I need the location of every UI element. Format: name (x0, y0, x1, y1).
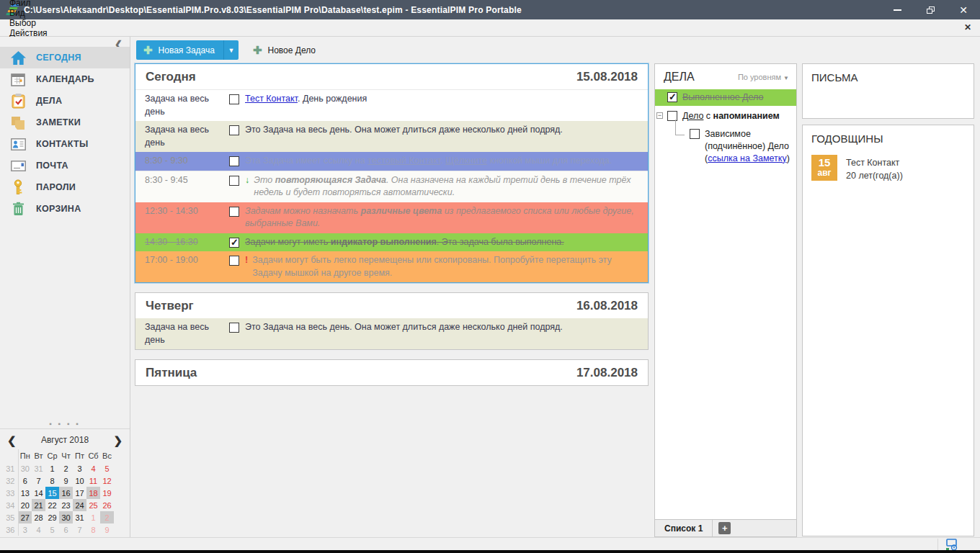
todo-row-child[interactable]: Зависимое (подчинённое) Дело (ссылка на … (655, 124, 796, 166)
menu-Файл[interactable]: Файл (3, 0, 54, 8)
calendar-day-cell[interactable]: 5 (45, 523, 59, 536)
calendar-day-cell[interactable]: 9 (59, 475, 73, 487)
calendar-day-cell[interactable]: 26 (100, 499, 114, 511)
calendar-day-cell[interactable]: 9 (100, 523, 114, 536)
sidebar-item-key[interactable]: ПАРОЛИ (0, 176, 130, 198)
menubar-close-icon[interactable]: ✕ (964, 22, 971, 32)
calendar-day-cell[interactable]: 31 (32, 462, 45, 475)
calendar-day-cell[interactable]: 10 (73, 475, 86, 487)
text-segment: повторяющаяся Задача (275, 175, 386, 185)
todo-item[interactable]: Зависимое (подчинённое) Дело (ссылка на … (655, 124, 796, 166)
calendar-day-cell[interactable]: 23 (59, 499, 73, 511)
calendar-day-cell[interactable]: 16 (59, 487, 73, 499)
todo-checkbox[interactable] (690, 129, 700, 139)
calendar-next-icon[interactable]: ❯ (113, 435, 122, 446)
task-row[interactable]: 8:30 - 9:45↓Это повторяющаяся Задача. Он… (135, 171, 648, 202)
calendar-day-cell[interactable]: 12 (100, 475, 114, 487)
task-row[interactable]: 12:30 - 14:30Задачам можно назначать раз… (135, 202, 648, 233)
task-checkbox[interactable] (229, 238, 239, 248)
calendar-day-cell[interactable]: 30 (59, 511, 73, 523)
calendar-day-cell[interactable]: 3 (73, 462, 86, 475)
calendar-day-cell[interactable]: 13 (18, 487, 32, 499)
calendar-day-cell[interactable]: 6 (59, 523, 73, 536)
task-row[interactable]: Задача на весь деньЭто Задача на весь де… (135, 318, 648, 349)
task-row[interactable]: 17:00 - 19:00!Задачи могут быть легко пе… (135, 251, 648, 282)
menu-Выбор[interactable]: Выбор (3, 18, 54, 28)
tab-list-1[interactable]: Список 1 (655, 520, 713, 536)
add-list-button[interactable]: + (718, 522, 731, 534)
calendar-day-cell[interactable]: 15 (45, 487, 59, 499)
calendar-day-cell[interactable]: 3 (18, 523, 32, 536)
calendar-day-cell[interactable]: 7 (32, 475, 45, 487)
todo-row-completed[interactable]: Выполненное Дело (655, 89, 796, 106)
calendar-day-cell[interactable]: 30 (18, 462, 32, 475)
close-button[interactable]: ✕ (947, 0, 980, 19)
week-number-header (3, 449, 18, 462)
calendar-day-cell[interactable]: 28 (32, 511, 45, 523)
new-todo-button[interactable]: ✚ Новое Дело (253, 45, 316, 55)
splitter-handle[interactable]: ▪ ▪ ▪ ▪ (0, 421, 130, 428)
link[interactable]: Щёлкните (445, 156, 487, 166)
sidebar-item-notes[interactable]: ЗАМЕТКИ (0, 112, 130, 133)
calendar-day-cell[interactable]: 8 (86, 523, 100, 536)
todos-sort-dropdown[interactable]: По уровням ▼ (738, 73, 789, 81)
todo-item[interactable]: Выполненное Дело (655, 89, 796, 106)
new-task-dropdown-icon[interactable]: ▼ (223, 40, 239, 60)
menu-Вид[interactable]: Вид (3, 8, 54, 18)
calendar-day-cell[interactable]: 18 (86, 487, 100, 499)
restore-button[interactable] (914, 0, 947, 19)
calendar-day-cell[interactable]: 29 (45, 511, 59, 523)
link[interactable]: ссылка на Заметку (708, 153, 787, 163)
task-checkbox[interactable] (229, 176, 239, 186)
minimize-icon (894, 9, 901, 11)
task-row[interactable]: 14:30 - 16:30Задачи могут иметь индикато… (135, 233, 648, 252)
sidebar-item-calendar[interactable]: КАЛЕНДАРЬ (0, 68, 130, 90)
calendar-day-cell[interactable]: 2 (100, 511, 114, 523)
task-checkbox[interactable] (229, 94, 239, 104)
tree-collapse-icon[interactable]: − (656, 112, 663, 119)
calendar-day-cell[interactable]: 4 (32, 523, 45, 536)
anniversary-item[interactable]: 15авгТест Контакт20 лет(год(а)) (811, 155, 965, 182)
sidebar-item-mail[interactable]: ПОЧТА (0, 155, 130, 176)
calendar-day-cell[interactable]: 11 (86, 475, 100, 487)
calendar-day-cell[interactable]: 27 (18, 511, 32, 523)
task-checkbox[interactable] (229, 125, 239, 135)
todo-checkbox[interactable] (667, 92, 677, 102)
calendar-day-cell[interactable]: 14 (32, 487, 45, 499)
sidebar-item-contacts[interactable]: КОНТАКТЫ (0, 133, 130, 155)
new-task-button[interactable]: ✚ Новая Задача ▼ (136, 40, 239, 60)
task-checkbox[interactable] (229, 323, 239, 333)
calendar-day-cell[interactable]: 24 (73, 499, 86, 511)
calendar-day-cell[interactable]: 22 (45, 499, 59, 511)
task-row[interactable]: Задача на весь деньЭто Задача на весь де… (135, 121, 648, 152)
link[interactable]: тестовый Контакт (368, 156, 440, 166)
text-segment: различные цвета (361, 206, 442, 216)
sidebar-item-trash[interactable]: КОРЗИНА (0, 198, 130, 220)
calendar-day-cell[interactable]: 21 (32, 499, 45, 511)
calendar-day-cell[interactable]: 7 (73, 523, 86, 536)
task-row[interactable]: 8:30 - 9:30Эта Задача имеет ссылку на те… (135, 152, 648, 171)
task-checkbox[interactable] (229, 256, 239, 266)
calendar-day-cell[interactable]: 6 (18, 475, 32, 487)
calendar-day-cell[interactable]: 1 (45, 462, 59, 475)
sidebar-item-tasks[interactable]: ДЕЛА (0, 90, 130, 112)
calendar-prev-icon[interactable]: ❮ (7, 435, 17, 446)
text-segment: . Эта задача была выполнена. (437, 237, 564, 247)
link[interactable]: Тест Контакт (245, 94, 298, 104)
calendar-day-cell[interactable]: 2 (59, 462, 73, 475)
calendar-day-cell[interactable]: 8 (45, 475, 59, 487)
calendar-day-cell[interactable]: 4 (86, 462, 100, 475)
calendar-day-cell[interactable]: 20 (18, 499, 32, 511)
calendar-day-cell[interactable]: 1 (86, 511, 100, 523)
calendar-day-cell[interactable]: 31 (73, 511, 86, 523)
task-checkbox[interactable] (229, 207, 239, 217)
task-row[interactable]: Задача на весь деньТест Контакт. День ро… (135, 89, 648, 121)
task-checkbox[interactable] (229, 156, 239, 166)
sync-status-icon[interactable] (937, 539, 964, 550)
calendar-day-cell[interactable]: 17 (73, 487, 86, 499)
calendar-day-cell[interactable]: 25 (86, 499, 100, 511)
calendar-day-cell[interactable]: 19 (100, 487, 114, 499)
calendar-day-cell[interactable]: 5 (100, 462, 114, 475)
sidebar-item-home[interactable]: СЕГОДНЯ (0, 47, 130, 68)
minimize-button[interactable] (881, 0, 914, 19)
